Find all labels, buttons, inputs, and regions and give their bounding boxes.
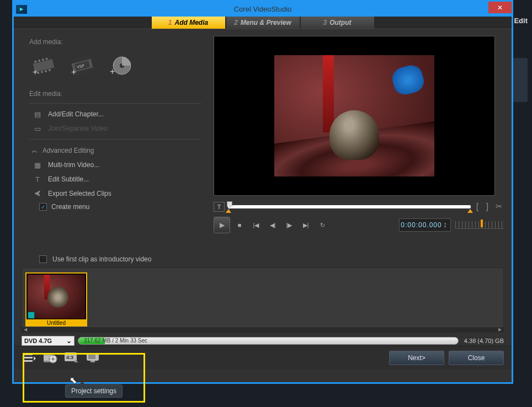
left-panel: Add media: + VSP+ + Edit media: ▤ <box>14 29 212 251</box>
svg-rect-37 <box>88 355 95 359</box>
preview-frame[interactable] <box>214 36 495 196</box>
next-button[interactable]: ▶| <box>299 218 313 232</box>
svg-rect-30 <box>52 355 54 356</box>
step-fwd-button[interactable]: |▶ <box>282 218 296 232</box>
add-disc-icon[interactable]: + <box>107 51 135 80</box>
prev-button[interactable]: |◀ <box>249 218 263 232</box>
jog-wheel[interactable] <box>455 218 504 232</box>
mark-out-button[interactable]: ] <box>484 202 491 212</box>
show-list-icon[interactable] <box>22 351 38 365</box>
title-safe-toggle[interactable]: T <box>214 202 225 212</box>
titlebar: Corel VideoStudio ✕ <box>14 2 512 17</box>
svg-rect-32 <box>49 358 50 360</box>
step-tabs: 1 Add Media 2 Menu & Preview 3 Output <box>14 17 512 29</box>
svg-text:+: + <box>71 67 76 77</box>
intro-clip-label: Use first clip as introductory video <box>52 255 151 263</box>
bottom-bar: 4:3 Next> Close <box>14 346 512 369</box>
clip-caption: Untitled <box>26 319 86 326</box>
cut-button[interactable]: ✂ <box>494 202 504 212</box>
next-button[interactable]: Next> <box>389 351 444 365</box>
svg-text:+: + <box>110 67 115 76</box>
tab-add-media[interactable]: 1 Add Media <box>152 17 225 29</box>
project-settings-icon[interactable] <box>42 351 59 365</box>
step-back-button[interactable]: ◀| <box>265 218 280 232</box>
preview-panel: T [ ] ✂ ▶ ■ |◀ ◀| |▶ ▶| <box>212 29 512 251</box>
edit-subtitle[interactable]: T Edit Subtitle... <box>29 172 201 186</box>
svg-text:+: + <box>33 67 38 77</box>
create-menu-label: Create menu <box>51 203 89 211</box>
clip-type-badge <box>28 312 35 319</box>
subtitle-icon: T <box>33 175 42 184</box>
window-close-button[interactable]: ✕ <box>488 2 512 13</box>
background-edit-tab: Edit <box>514 17 528 25</box>
disc-usage-row: DVD 4.7G 317.62 MB / 2 Min 33 Sec 4.38 (… <box>22 336 504 346</box>
export-selected-clips[interactable]: ⮜ Export Selected Clips <box>29 186 201 201</box>
scrub-track[interactable] <box>228 205 471 208</box>
svg-rect-26 <box>44 354 54 355</box>
scroll-left-icon[interactable]: ◀ <box>22 327 29 333</box>
chapter-icon: ▤ <box>33 110 42 119</box>
scroll-right-icon[interactable]: ▶ <box>497 327 503 333</box>
aspect-ratio-icon[interactable]: 4:3 <box>63 351 80 365</box>
strip-scrollbar[interactable]: ◀ ▶ <box>22 326 503 332</box>
play-button[interactable]: ▶ <box>214 217 230 233</box>
mark-in-handle[interactable] <box>226 209 231 213</box>
add-video-icon[interactable]: + <box>29 51 58 80</box>
create-menu-row: Create menu <box>29 201 201 213</box>
clip-thumbnail[interactable]: Untitled <box>25 272 87 328</box>
chevron-up-icon: ︽ <box>29 146 38 154</box>
preview-image <box>274 55 434 176</box>
usage-used-label: 317.62 MB / 2 Min 33 Sec <box>84 338 147 344</box>
edit-media-label: Edit media: <box>29 90 201 98</box>
svg-rect-33 <box>56 358 57 360</box>
tab-menu-preview[interactable]: 2 Menu & Preview <box>226 17 300 29</box>
export-icon: ⮜ <box>33 189 42 198</box>
svg-rect-22 <box>24 354 33 355</box>
advanced-editing-header[interactable]: ︽ Advanced Editing <box>29 143 201 158</box>
multitrim-video[interactable]: ▦ Multi-trim Video... <box>29 158 201 172</box>
stop-button[interactable]: ■ <box>232 218 247 232</box>
svg-rect-24 <box>24 360 33 362</box>
svg-rect-38 <box>91 361 95 362</box>
join-separate-video: ▭ Join/Separate Video <box>29 121 201 136</box>
intro-clip-checkbox[interactable] <box>39 255 47 263</box>
close-button[interactable]: Close <box>449 351 504 365</box>
svg-point-29 <box>52 357 55 360</box>
usage-total-label: 4.38 (4.70) GB <box>464 338 504 344</box>
dialog-window: Corel VideoStudio ✕ 1 Add Media 2 Menu &… <box>12 0 513 384</box>
window-title: Corel VideoStudio <box>14 5 512 13</box>
multitrim-icon: ▦ <box>33 160 42 169</box>
clip-strip: Untitled ◀ ▶ <box>22 267 504 333</box>
timecode-display[interactable]: 0:00:00.000 ▲▼ <box>399 218 451 232</box>
add-vsp-icon[interactable]: VSP+ <box>68 51 97 80</box>
svg-text:4:3: 4:3 <box>66 355 73 360</box>
tv-preview-icon[interactable] <box>84 351 101 365</box>
playhead[interactable] <box>227 201 232 209</box>
add-edit-chapter[interactable]: ▤ Add/Edit Chapter... <box>29 107 201 121</box>
join-icon: ▭ <box>33 124 42 133</box>
tooltip: Project settings <box>65 384 123 398</box>
svg-rect-23 <box>24 357 33 358</box>
mark-in-button[interactable]: [ <box>474 202 481 212</box>
background-panel <box>511 58 528 102</box>
tab-output[interactable]: 3 Output <box>301 17 374 29</box>
mark-out-handle[interactable] <box>467 209 473 213</box>
loop-button[interactable]: ↻ <box>315 218 329 232</box>
add-media-label: Add media: <box>29 38 201 46</box>
create-menu-checkbox[interactable] <box>39 203 47 211</box>
svg-rect-31 <box>52 362 54 363</box>
intro-clip-row: Use first clip as introductory video <box>14 251 512 267</box>
disc-type-select[interactable]: DVD 4.7G <box>22 336 75 346</box>
disc-usage-bar: 317.62 MB / 2 Min 33 Sec <box>78 337 459 345</box>
